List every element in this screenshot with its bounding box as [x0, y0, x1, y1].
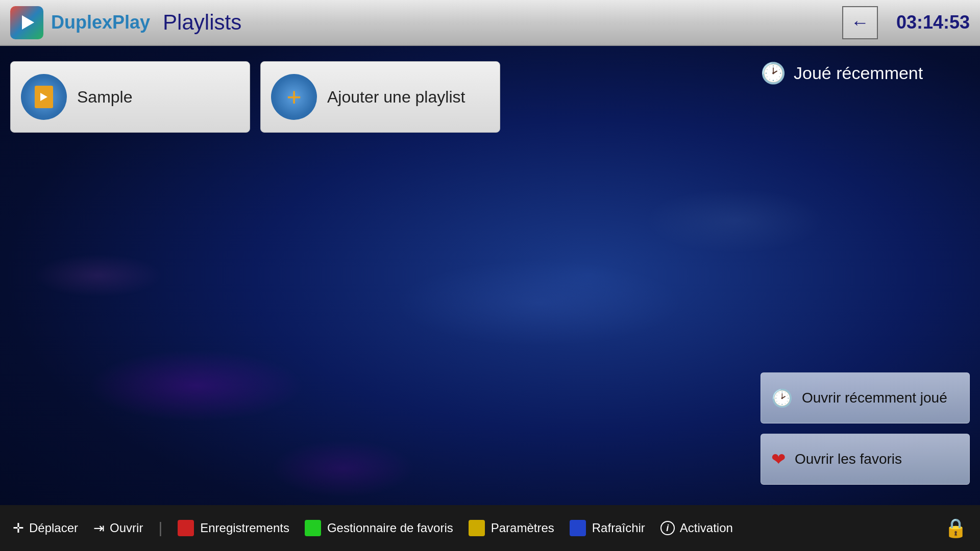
footer-open-label: Ouvrir — [110, 521, 143, 535]
footer-move[interactable]: ✛ Déplacer — [13, 520, 78, 536]
open-icon: ⇥ — [93, 520, 105, 536]
app-name: DuplexPlay — [51, 12, 150, 33]
move-icon: ✛ — [13, 520, 24, 536]
right-spacer — [761, 101, 970, 372]
footer: ✛ Déplacer ⇥ Ouvrir | Enregistrements Ge… — [0, 505, 980, 551]
footer-separator: | — [158, 519, 162, 537]
recently-played-title: Joué récemment — [794, 63, 923, 83]
footer-gestionnaire-label: Gestionnaire de favoris — [327, 521, 453, 535]
app-logo — [10, 6, 43, 39]
add-card-label: Ajouter une playlist — [327, 88, 465, 107]
right-panel: 🕑 Joué récemment 🕑 Ouvrir récemment joué… — [755, 46, 980, 505]
footer-parametres-label: Paramètres — [491, 521, 554, 535]
open-favorites-icon: ❤ — [771, 449, 786, 469]
playlist-card-sample[interactable]: Sample — [10, 61, 250, 133]
content-panel: Sample + Ajouter une playlist — [0, 46, 755, 505]
film-icon — [35, 86, 53, 108]
footer-parametres[interactable]: Paramètres — [469, 520, 554, 536]
plus-icon: + — [286, 84, 301, 110]
footer-gestionnaire-favoris[interactable]: Gestionnaire de favoris — [305, 520, 453, 536]
clock-display: 03:14:53 — [888, 12, 970, 33]
back-arrow-icon: ← — [851, 12, 869, 33]
info-icon: i — [660, 521, 675, 535]
open-favorites-label: Ouvrir les favoris — [795, 451, 902, 467]
green-button-icon — [305, 520, 321, 536]
open-recent-label: Ouvrir récemment joué — [802, 390, 947, 406]
blue-button-icon — [570, 520, 586, 536]
lock-icon[interactable]: 🔒 — [944, 517, 967, 539]
sample-card-label: Sample — [77, 88, 133, 107]
open-favorites-card[interactable]: ❤ Ouvrir les favoris — [761, 434, 970, 485]
open-recent-icon: 🕑 — [771, 388, 793, 408]
sample-card-icon — [21, 74, 67, 120]
playlist-cards: Sample + Ajouter une playlist — [10, 61, 745, 133]
footer-enregistrements-label: Enregistrements — [200, 521, 289, 535]
recently-played-header: 🕑 Joué récemment — [761, 56, 970, 90]
footer-open[interactable]: ⇥ Ouvrir — [93, 520, 143, 536]
footer-activation-label: Activation — [680, 521, 733, 535]
open-recent-card[interactable]: 🕑 Ouvrir récemment joué — [761, 372, 970, 423]
back-button[interactable]: ← — [842, 6, 878, 39]
footer-activation[interactable]: i Activation — [660, 521, 733, 535]
recently-played-icon: 🕑 — [761, 61, 786, 85]
add-card-icon: + — [271, 74, 317, 120]
footer-move-label: Déplacer — [29, 521, 78, 535]
footer-rafraichir-label: Rafraîchir — [592, 521, 645, 535]
footer-rafraichir[interactable]: Rafraîchir — [570, 520, 645, 536]
logo-play-icon — [22, 15, 34, 30]
main-content: Sample + Ajouter une playlist 🕑 Joué réc… — [0, 46, 980, 505]
footer-enregistrements[interactable]: Enregistrements — [178, 520, 289, 536]
page-title: Playlists — [163, 10, 241, 35]
yellow-button-icon — [469, 520, 485, 536]
red-button-icon — [178, 520, 194, 536]
playlist-card-add[interactable]: + Ajouter une playlist — [260, 61, 500, 133]
header: DuplexPlay Playlists ← 03:14:53 — [0, 0, 980, 46]
